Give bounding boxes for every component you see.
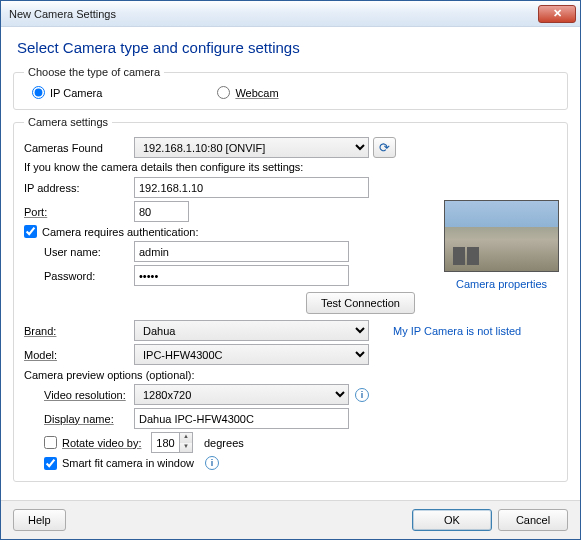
camera-type-group: Choose the type of camera IP Camera Webc… (13, 66, 568, 110)
ip-camera-label: IP Camera (50, 87, 102, 99)
display-name-label: Display name: (44, 413, 134, 425)
webcam-radio[interactable]: Webcam (217, 86, 278, 99)
close-button[interactable]: ✕ (538, 5, 576, 23)
auth-checkbox[interactable] (24, 225, 37, 238)
auth-label: Camera requires authentication: (42, 226, 199, 238)
cameras-found-label: Cameras Found (24, 142, 134, 154)
preview-area: Camera properties (444, 200, 559, 290)
page-heading: Select Camera type and configure setting… (17, 39, 568, 56)
spin-down-icon[interactable]: ▼ (180, 443, 192, 453)
settings-hint: If you know the camera details then conf… (24, 161, 557, 173)
brand-label: Brand: (24, 325, 134, 337)
password-label: Password: (44, 270, 134, 282)
webcam-label: Webcam (235, 87, 278, 99)
rotate-checkbox[interactable] (44, 436, 57, 449)
rotate-label: Rotate video by: (62, 437, 146, 449)
rotate-suffix: degrees (204, 437, 244, 449)
resolution-label: Video resolution: (44, 389, 134, 401)
close-icon: ✕ (553, 7, 562, 20)
port-input[interactable] (134, 201, 189, 222)
password-input[interactable] (134, 265, 349, 286)
dialog-footer: Help OK Cancel (1, 500, 580, 539)
smartfit-checkbox[interactable] (44, 457, 57, 470)
dialog-window: New Camera Settings ✕ Select Camera type… (0, 0, 581, 540)
not-listed-link[interactable]: My IP Camera is not listed (393, 325, 521, 337)
info-icon-2[interactable]: i (205, 456, 219, 470)
rotate-input[interactable] (151, 432, 179, 453)
ip-input[interactable] (134, 177, 369, 198)
model-select[interactable]: IPC-HFW4300C (134, 344, 369, 365)
smartfit-label: Smart fit camera in window (62, 457, 194, 469)
help-button[interactable]: Help (13, 509, 66, 531)
camera-preview-image (444, 200, 559, 272)
camera-settings-group: Camera settings Cameras Found 192.168.1.… (13, 116, 568, 482)
camera-properties-link[interactable]: Camera properties (444, 278, 559, 290)
refresh-icon: ⟳ (379, 140, 390, 155)
rotate-spinner[interactable]: ▲▼ (151, 432, 193, 453)
test-connection-button[interactable]: Test Connection (306, 292, 415, 314)
ip-camera-radio-input[interactable] (32, 86, 45, 99)
window-title: New Camera Settings (9, 8, 538, 20)
username-label: User name: (44, 246, 134, 258)
brand-select[interactable]: Dahua (134, 320, 369, 341)
cancel-button[interactable]: Cancel (498, 509, 568, 531)
preview-section-label: Camera preview options (optional): (24, 369, 557, 381)
camera-type-legend: Choose the type of camera (24, 66, 164, 78)
titlebar: New Camera Settings ✕ (1, 1, 580, 27)
username-input[interactable] (134, 241, 349, 262)
resolution-select[interactable]: 1280x720 (134, 384, 349, 405)
ip-label: IP address: (24, 182, 134, 194)
ok-button[interactable]: OK (412, 509, 492, 531)
ip-camera-radio[interactable]: IP Camera (32, 86, 102, 99)
model-label: Model: (24, 349, 134, 361)
port-label: Port: (24, 206, 134, 218)
camera-settings-legend: Camera settings (24, 116, 112, 128)
spin-up-icon[interactable]: ▲ (180, 433, 192, 443)
info-icon[interactable]: i (355, 388, 369, 402)
webcam-radio-input[interactable] (217, 86, 230, 99)
cameras-found-select[interactable]: 192.168.1.10:80 [ONVIF] (134, 137, 369, 158)
refresh-button[interactable]: ⟳ (373, 137, 396, 158)
display-name-input[interactable] (134, 408, 349, 429)
